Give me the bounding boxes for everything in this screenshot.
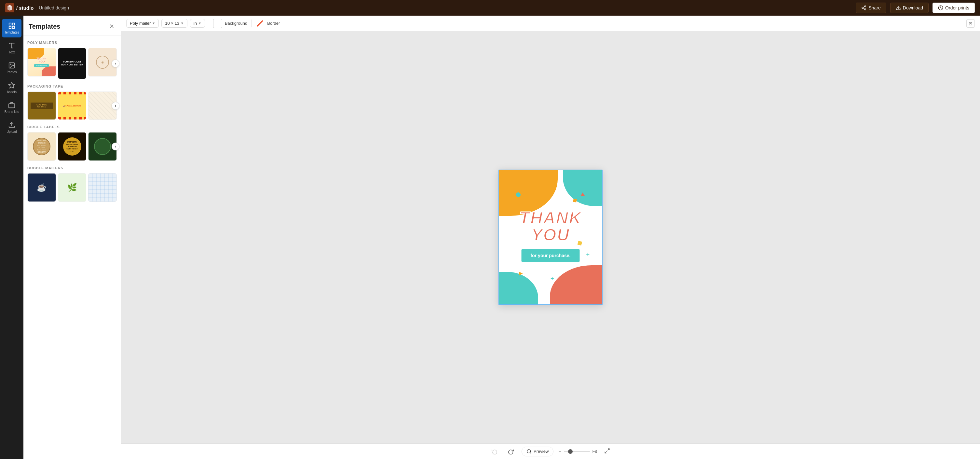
- border-color-swatch[interactable]: [255, 19, 264, 28]
- sidebar-item-photos[interactable]: Photos: [2, 59, 21, 77]
- template-pm1[interactable]: THANKYOU for your purchase.: [27, 48, 56, 76]
- panel-header: Templates ✕: [24, 16, 121, 35]
- deco-triangle-bottom-right: ▼: [577, 271, 582, 276]
- zoom-fit-label: Fit: [592, 449, 597, 454]
- panel-close-button[interactable]: ✕: [108, 21, 116, 31]
- thank-you-text: THANK YOU: [499, 209, 602, 243]
- section-packaging-tape: Packaging Tape TAPE-TAPEVOLUME 2: [27, 84, 117, 120]
- template-bm3[interactable]: [88, 173, 117, 202]
- template-pm2[interactable]: YOUR DAY JUST GOT A LOT BETTER: [58, 48, 86, 79]
- toolbar-divider-2: [251, 19, 251, 27]
- deco-cross-teal-1: +: [586, 251, 590, 258]
- expand-button[interactable]: ⊡: [966, 19, 975, 28]
- share-label: Share: [869, 5, 880, 10]
- template-cl1[interactable]: MarseilleBrownieRICH, SAVORY, DELICIOUSB…: [27, 132, 56, 161]
- unit-label: in: [194, 21, 197, 26]
- svg-point-3: [864, 9, 866, 10]
- sidebar-templates-label: Templates: [4, 30, 19, 34]
- purchase-banner: for your purchase.: [522, 249, 580, 262]
- order-prints-button[interactable]: Order prints: [932, 3, 975, 13]
- bubble-mailers-grid: ☕ 🌿: [27, 173, 117, 202]
- sidebar-item-brand-kits[interactable]: Brand kits: [2, 98, 21, 117]
- zoom-minus-icon: –: [558, 449, 561, 454]
- redo-button[interactable]: [505, 446, 516, 456]
- download-label: Download: [903, 5, 923, 10]
- dimensions-label: 10 × 13: [165, 21, 179, 26]
- section-label-circle-labels: Circle Labels: [27, 125, 117, 129]
- canvas-area: Poly mailer ▼ 10 × 13 ▼ in ▼ Background …: [121, 16, 980, 459]
- you-text: YOU: [499, 226, 602, 243]
- svg-marker-16: [9, 82, 14, 88]
- svg-rect-17: [9, 104, 14, 108]
- canvas-main[interactable]: + ▶ + ▼ THANK YOU for your purchase.: [121, 31, 980, 443]
- share-button[interactable]: Share: [856, 3, 886, 13]
- section-poly-mailers: Poly Mailers THANKYOU for your purchase.: [27, 41, 117, 79]
- bg-bottom-right: [550, 265, 602, 304]
- svg-point-15: [10, 64, 11, 65]
- circle-labels-grid: MarseilleBrownieRICH, SAVORY, DELICIOUSB…: [27, 132, 117, 161]
- sidebar-item-assets[interactable]: Assets: [2, 78, 21, 97]
- sidebar-photos-label: Photos: [6, 70, 17, 74]
- svg-line-23: [605, 451, 606, 453]
- canvas-toolbar: Poly mailer ▼ 10 × 13 ▼ in ▼ Background …: [121, 16, 980, 31]
- preview-button[interactable]: Preview: [522, 446, 554, 456]
- deco-arrow-yellow: ▶: [519, 271, 523, 276]
- packaging-tape-grid: TAPE-TAPEVOLUME 2 🚚 SPECIAL DELIVERY: [27, 91, 117, 120]
- product-type-label: Poly mailer: [130, 21, 151, 26]
- product-type-selector[interactable]: Poly mailer ▼: [126, 19, 159, 28]
- svg-rect-11: [12, 26, 14, 28]
- svg-point-1: [864, 6, 866, 7]
- dimensions-chevron: ▼: [181, 21, 184, 25]
- bg-bottom-left: [499, 272, 538, 304]
- section-label-bubble-mailers: Bubble Mailers: [27, 166, 117, 170]
- sidebar-item-text[interactable]: Text: [2, 39, 21, 57]
- svg-line-21: [530, 453, 531, 453]
- svg-line-22: [608, 449, 609, 450]
- download-button[interactable]: Download: [890, 3, 929, 13]
- section-label-poly-mailers: Poly Mailers: [27, 41, 117, 45]
- svg-line-19: [257, 21, 262, 26]
- preview-label: Preview: [534, 449, 549, 454]
- fullscreen-button[interactable]: [602, 446, 612, 457]
- purchase-text: for your purchase.: [531, 253, 571, 258]
- main-area: Templates Text Photos Assets: [0, 16, 980, 459]
- deco-triangle-red: [581, 192, 585, 196]
- deco-circle-teal-1: [516, 192, 520, 197]
- unit-selector[interactable]: in ▼: [190, 19, 205, 28]
- logo-text: / studio: [16, 5, 33, 11]
- poly-mailers-next-btn[interactable]: ›: [111, 60, 119, 67]
- sidebar-item-upload[interactable]: Upload: [2, 118, 21, 137]
- undo-button[interactable]: [489, 446, 500, 456]
- sidebar-upload-label: Upload: [6, 130, 17, 134]
- background-swatch[interactable]: [213, 19, 222, 28]
- thank-text: THANK: [499, 209, 602, 226]
- bg-top-right: [563, 170, 602, 206]
- template-pt2[interactable]: 🚚 SPECIAL DELIVERY: [58, 91, 86, 120]
- sidebar-text-label: Text: [9, 51, 14, 54]
- template-cl2[interactable]: CampCoffySTELLAR COFFEETRAILHEADLIGHT RO…: [58, 132, 86, 161]
- design-canvas: + ▶ + ▼ THANK YOU for your purchase.: [498, 170, 603, 305]
- order-label: Order prints: [945, 5, 969, 10]
- topbar: / studio Untitled design Share Download …: [0, 0, 980, 16]
- template-pt1[interactable]: TAPE-TAPEVOLUME 2: [27, 91, 56, 120]
- border-label: Border: [267, 21, 280, 26]
- circle-labels-next-btn[interactable]: ›: [111, 143, 119, 150]
- svg-rect-10: [9, 26, 11, 28]
- section-bubble-mailers: Bubble Mailers ☕ 🌿: [27, 166, 117, 202]
- canvas-footer: Preview – Fit: [121, 443, 980, 459]
- svg-rect-8: [9, 23, 11, 25]
- background-label: Background: [225, 21, 247, 26]
- template-bm1[interactable]: ☕: [27, 173, 56, 202]
- sidebar-item-templates[interactable]: Templates: [2, 19, 21, 37]
- svg-point-20: [527, 449, 531, 453]
- section-label-packaging-tape: Packaging Tape: [27, 84, 117, 88]
- toolbar-divider-1: [209, 19, 209, 27]
- app-logo[interactable]: / studio: [5, 3, 33, 13]
- dimensions-selector[interactable]: 10 × 13 ▼: [161, 19, 188, 28]
- packaging-tape-next-btn[interactable]: ›: [111, 102, 119, 110]
- icon-sidebar: Templates Text Photos Assets: [0, 16, 24, 459]
- zoom-slider[interactable]: [564, 451, 590, 452]
- deco-square-orange: [573, 199, 577, 202]
- template-bm2[interactable]: 🌿: [58, 173, 86, 202]
- document-title[interactable]: Untitled design: [39, 5, 69, 10]
